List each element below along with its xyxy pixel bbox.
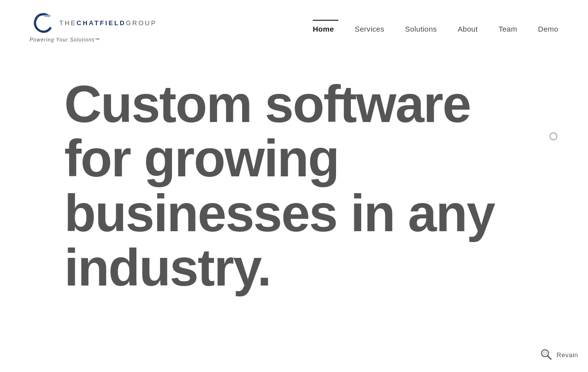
- logo-name: THECHATFIELDGROUP: [59, 19, 157, 27]
- logo-tagline: Powering Your Solutions™: [30, 37, 100, 42]
- logo-text: THECHATFIELDGROUP: [59, 19, 157, 27]
- main-nav: Home Services Solutions About Team Demo: [313, 20, 558, 33]
- svg-rect-0: [44, 15, 50, 17]
- hero-headline: Custom software for growing businesses i…: [64, 77, 519, 295]
- svg-point-3: [544, 352, 546, 355]
- nav-services[interactable]: Services: [355, 25, 384, 33]
- nav-about[interactable]: About: [458, 25, 478, 33]
- nav-team[interactable]: Team: [499, 25, 517, 33]
- logo-area: THECHATFIELDGROUP Powering Your Solution…: [30, 10, 157, 42]
- header: THECHATFIELDGROUP Powering Your Solution…: [0, 0, 588, 47]
- nav-active-indicator: [313, 20, 338, 21]
- chatfield-logo-icon: [30, 10, 55, 36]
- nav-links: Home Services Solutions About Team Demo: [313, 25, 558, 33]
- nav-solutions[interactable]: Solutions: [405, 25, 437, 33]
- logo-container[interactable]: THECHATFIELDGROUP: [30, 10, 157, 36]
- revain-icon: [539, 347, 554, 362]
- nav-home[interactable]: Home: [313, 25, 334, 33]
- nav-demo[interactable]: Demo: [538, 25, 558, 33]
- scroll-indicator[interactable]: [549, 132, 557, 140]
- hero-section: Custom software for growing businesses i…: [0, 47, 588, 295]
- revain-badge: Revain: [539, 347, 578, 362]
- revain-label: Revain: [557, 351, 578, 359]
- svg-line-2: [547, 356, 551, 360]
